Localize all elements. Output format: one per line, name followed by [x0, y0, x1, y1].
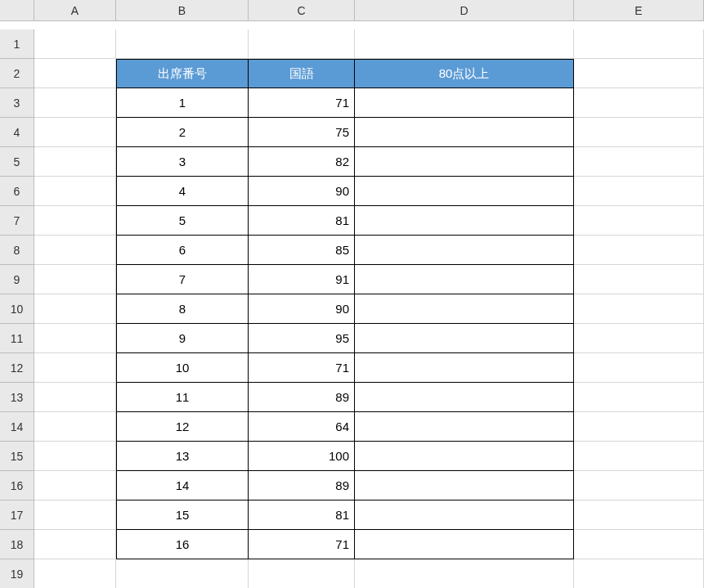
cell-1-4[interactable] — [355, 29, 574, 59]
row-header-13[interactable]: 13 — [0, 383, 34, 412]
row-header-15[interactable]: 15 — [0, 442, 34, 471]
col-header-D[interactable]: D — [355, 0, 574, 21]
cell-16-E[interactable] — [574, 471, 704, 500]
cell-18-A[interactable] — [34, 530, 116, 559]
cell-7-A[interactable] — [34, 206, 116, 236]
data-score-14[interactable]: 81 — [249, 500, 355, 530]
row-header-12[interactable]: 12 — [0, 353, 34, 383]
row-header-4[interactable]: 4 — [0, 118, 34, 147]
row-header-9[interactable]: 9 — [0, 265, 34, 294]
cell-1-2[interactable] — [116, 29, 249, 59]
data-id-3[interactable]: 4 — [116, 177, 249, 206]
cell-17-E[interactable] — [574, 500, 704, 530]
cell-19-1[interactable] — [34, 559, 116, 588]
cell-1-5[interactable] — [574, 29, 704, 59]
row-header-16[interactable]: 16 — [0, 471, 34, 500]
row-header-10[interactable]: 10 — [0, 294, 34, 324]
data-score-6[interactable]: 91 — [249, 265, 355, 294]
cell-18-E[interactable] — [574, 530, 704, 559]
row-header-14[interactable]: 14 — [0, 412, 34, 442]
data-id-14[interactable]: 15 — [116, 500, 249, 530]
cell-10-E[interactable] — [574, 294, 704, 324]
data-score-5[interactable]: 85 — [249, 236, 355, 265]
row-header-19[interactable]: 19 — [0, 559, 34, 588]
data-flag-2[interactable] — [355, 147, 574, 177]
cell-2-E[interactable] — [574, 59, 704, 88]
cell-13-E[interactable] — [574, 383, 704, 412]
data-id-10[interactable]: 11 — [116, 383, 249, 412]
data-score-10[interactable]: 89 — [249, 383, 355, 412]
data-id-12[interactable]: 13 — [116, 442, 249, 471]
data-flag-4[interactable] — [355, 206, 574, 236]
cell-1-1[interactable] — [34, 29, 116, 59]
data-score-7[interactable]: 90 — [249, 294, 355, 324]
cell-2-A[interactable] — [34, 59, 116, 88]
cell-4-E[interactable] — [574, 118, 704, 147]
data-flag-6[interactable] — [355, 265, 574, 294]
data-flag-3[interactable] — [355, 177, 574, 206]
data-id-9[interactable]: 10 — [116, 353, 249, 383]
data-score-4[interactable]: 81 — [249, 206, 355, 236]
cell-12-A[interactable] — [34, 353, 116, 383]
cell-12-E[interactable] — [574, 353, 704, 383]
select-all-corner[interactable] — [0, 0, 34, 21]
data-score-8[interactable]: 95 — [249, 324, 355, 353]
cell-14-E[interactable] — [574, 412, 704, 442]
data-id-2[interactable]: 3 — [116, 147, 249, 177]
data-score-3[interactable]: 90 — [249, 177, 355, 206]
data-score-1[interactable]: 75 — [249, 118, 355, 147]
cell-5-A[interactable] — [34, 147, 116, 177]
table-header-id[interactable]: 出席番号 — [116, 59, 249, 88]
data-id-0[interactable]: 1 — [116, 88, 249, 118]
cell-6-A[interactable] — [34, 177, 116, 206]
cell-19-5[interactable] — [574, 559, 704, 588]
cell-19-4[interactable] — [355, 559, 574, 588]
cell-9-A[interactable] — [34, 265, 116, 294]
cell-8-A[interactable] — [34, 236, 116, 265]
cell-9-E[interactable] — [574, 265, 704, 294]
cell-4-A[interactable] — [34, 118, 116, 147]
cell-1-3[interactable] — [249, 29, 355, 59]
table-header-score[interactable]: 国語 — [249, 59, 355, 88]
data-flag-9[interactable] — [355, 353, 574, 383]
data-flag-13[interactable] — [355, 471, 574, 500]
table-header-flag[interactable]: 80点以上 — [355, 59, 574, 88]
data-score-9[interactable]: 71 — [249, 353, 355, 383]
cell-5-E[interactable] — [574, 147, 704, 177]
cell-15-E[interactable] — [574, 442, 704, 471]
cell-3-E[interactable] — [574, 88, 704, 118]
cell-11-A[interactable] — [34, 324, 116, 353]
data-flag-0[interactable] — [355, 88, 574, 118]
data-id-15[interactable]: 16 — [116, 530, 249, 559]
cell-3-A[interactable] — [34, 88, 116, 118]
cell-13-A[interactable] — [34, 383, 116, 412]
cell-19-2[interactable] — [116, 559, 249, 588]
data-id-6[interactable]: 7 — [116, 265, 249, 294]
cell-8-E[interactable] — [574, 236, 704, 265]
cell-17-A[interactable] — [34, 500, 116, 530]
data-score-15[interactable]: 71 — [249, 530, 355, 559]
data-score-13[interactable]: 89 — [249, 471, 355, 500]
cell-11-E[interactable] — [574, 324, 704, 353]
row-header-3[interactable]: 3 — [0, 88, 34, 118]
row-header-6[interactable]: 6 — [0, 177, 34, 206]
data-flag-11[interactable] — [355, 412, 574, 442]
row-header-5[interactable]: 5 — [0, 147, 34, 177]
data-score-2[interactable]: 82 — [249, 147, 355, 177]
cell-7-E[interactable] — [574, 206, 704, 236]
cell-16-A[interactable] — [34, 471, 116, 500]
spreadsheet[interactable]: ABCDE12出席番号国語80点以上3171427553826490758186… — [0, 0, 704, 588]
row-header-1[interactable]: 1 — [0, 29, 34, 59]
data-id-11[interactable]: 12 — [116, 412, 249, 442]
data-id-1[interactable]: 2 — [116, 118, 249, 147]
data-flag-14[interactable] — [355, 500, 574, 530]
data-score-0[interactable]: 71 — [249, 88, 355, 118]
cell-14-A[interactable] — [34, 412, 116, 442]
row-header-8[interactable]: 8 — [0, 236, 34, 265]
data-flag-5[interactable] — [355, 236, 574, 265]
col-header-C[interactable]: C — [249, 0, 355, 21]
data-id-5[interactable]: 6 — [116, 236, 249, 265]
cell-6-E[interactable] — [574, 177, 704, 206]
col-header-E[interactable]: E — [574, 0, 704, 21]
row-header-7[interactable]: 7 — [0, 206, 34, 236]
